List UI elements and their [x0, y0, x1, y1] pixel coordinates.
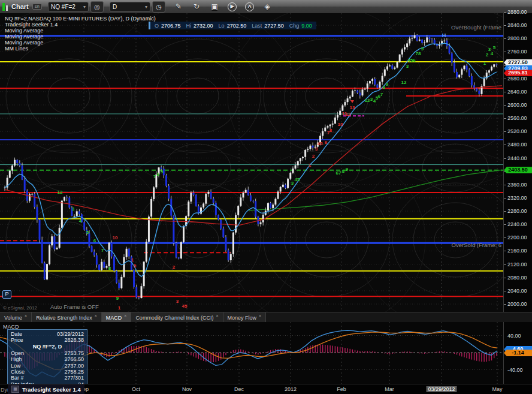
tab-close-icon[interactable]: × [124, 314, 126, 318]
svg-text:5: 5 [493, 45, 496, 50]
macd-value-tag: -1.14 [504, 350, 532, 356]
price-axis-label: 2120.00 [507, 261, 527, 267]
grid-lines [0, 13, 503, 312]
p-badge[interactable]: P [2, 290, 11, 299]
axis-tick [504, 38, 506, 39]
candlestick-chart-canvas[interactable]: 1234567891101523457893451234567810111213… [0, 13, 503, 312]
axis-tick [504, 251, 506, 251]
tab-money-flow[interactable]: Money Flow× [223, 312, 267, 323]
price-axis-label: 2640.00 [507, 89, 527, 95]
chart-badge: SR [32, 4, 42, 10]
low-value: 2702.50 [227, 23, 247, 29]
window-title: Chart [11, 3, 29, 10]
main-chart-area[interactable]: 1234567891101523457893451234567810111213… [0, 13, 503, 312]
status-bar[interactable]: ▦ Tradesight Seeker 1.4 [8, 384, 84, 394]
tab-label: Commodity Channel Index (CCI) [135, 315, 213, 321]
svg-text:9: 9 [161, 169, 164, 175]
axis-tick [504, 304, 506, 305]
tooltip-label: Low [11, 363, 21, 369]
svg-text:45: 45 [295, 177, 300, 182]
clock-icon: ◷ [156, 3, 162, 11]
study-label[interactable]: Moving Average [5, 40, 156, 46]
tooltip-label: Date [11, 331, 22, 337]
svg-text:3: 3 [291, 181, 294, 186]
tab-close-icon[interactable]: × [95, 314, 97, 318]
price-axis-label: 2840.00 [507, 22, 527, 28]
svg-text:8: 8 [342, 169, 345, 174]
time-template-button[interactable]: ◷ [152, 1, 165, 13]
play-icon[interactable]: ▶ [228, 2, 237, 11]
oversold-label: OverSold (Frame: 6 [452, 242, 501, 248]
tooltip-label: Bar Index [11, 381, 34, 384]
refresh-icon[interactable]: ↻ [192, 2, 201, 11]
time-axis-label: 2012 [285, 386, 297, 392]
price-axis-label: 2800.00 [507, 35, 527, 41]
svg-text:456: 456 [407, 58, 416, 63]
tab-close-icon[interactable]: × [259, 314, 261, 318]
svg-text:7: 7 [101, 248, 104, 253]
svg-text:78: 78 [416, 51, 421, 56]
svg-text:8: 8 [330, 128, 332, 133]
quote-box-icon[interactable]: ▣ [210, 2, 219, 11]
axis-tick [504, 264, 506, 265]
svg-text:67: 67 [336, 170, 341, 176]
macd-panel[interactable]: MACD Date03/29/2012Price2828.38NQ #F=2, … [0, 322, 503, 384]
svg-text:7: 7 [153, 174, 156, 179]
symbol-dropdown[interactable]: NQ #F=2 ▾ [48, 2, 89, 12]
tooltip-symbol: NQ #F=2, D [11, 344, 84, 350]
svg-text:13: 13 [350, 105, 355, 110]
chg-label: Chg [289, 23, 300, 29]
tooltip-value: 2758.25 [64, 369, 84, 375]
tab-close-icon[interactable]: × [25, 314, 27, 318]
axis-tick [504, 237, 506, 238]
background-pattern [0, 13, 503, 312]
svg-text:12: 12 [365, 98, 370, 103]
tooltip-row: Open2753.75 [11, 350, 84, 356]
svg-text:5: 5 [134, 263, 137, 269]
svg-text:8: 8 [157, 172, 160, 177]
price-axis-label: 2760.00 [507, 49, 527, 55]
axis-tick [504, 12, 506, 13]
time-axis[interactable]: Dyn ▦ Tradesight Seeker 1.4 SepOctNovDec… [0, 384, 532, 394]
axis-tick [504, 65, 506, 66]
tab-macd[interactable]: MACD× [102, 312, 132, 323]
svg-text:8: 8 [108, 266, 111, 271]
auto-icon[interactable]: A [245, 2, 254, 11]
time-axis-label: Feb [337, 386, 346, 392]
price-axis-label: 2000.00 [507, 301, 527, 307]
interval-dropdown[interactable]: D ▾ [110, 2, 150, 12]
tab-commodity-channel-index-cci[interactable]: Commodity Channel Index (CCI)× [131, 312, 223, 323]
svg-text:2: 2 [173, 264, 176, 270]
price-axis-label: 2480.00 [507, 142, 527, 148]
down-arrow-icon [350, 100, 354, 103]
axis-tick [504, 105, 506, 106]
symbol-value: NQ #F=2 [51, 4, 75, 10]
axis-tick [504, 52, 506, 52]
time-axis-label: Nov [182, 386, 192, 392]
study-label[interactable]: MM Lines [5, 46, 156, 52]
study-label[interactable]: Moving Average [5, 34, 156, 40]
tab-close-icon[interactable]: × [216, 314, 218, 318]
price-axis-label: 2280.00 [507, 208, 527, 214]
open-label: O [155, 23, 159, 29]
study-label[interactable]: Moving Average [5, 28, 156, 34]
svg-text:4: 4 [79, 218, 82, 224]
svg-text:1: 1 [118, 305, 121, 311]
svg-text:3: 3 [406, 64, 409, 69]
axis-tick [504, 145, 506, 145]
chevron-down-icon: ▾ [145, 4, 147, 10]
axis-tick [504, 185, 506, 185]
chart-header: NQ #F=2,NASDAQ 100 E-MINI FUTURES (DAY),… [5, 16, 156, 52]
eraser-icon[interactable]: ◈ [262, 2, 272, 11]
quote-bar: O 2706.75 Hi 2732.00 Lo 2702.50 Last 272… [149, 22, 316, 29]
tooltip-row: Close2758.25 [11, 369, 84, 375]
tab-label: Relative Strength Index [36, 315, 92, 321]
open-value: 2706.75 [161, 23, 181, 29]
tab-relative-strength-index[interactable]: Relative Strength Index× [32, 312, 102, 323]
macd-axis[interactable]: 40.00-40.004.60-1.14 [503, 322, 532, 384]
tab-volume[interactable]: Volume× [0, 312, 32, 323]
tooltip-label: Price [11, 337, 23, 343]
symbol-lookup-button[interactable]: ◎ [90, 1, 104, 13]
pencil-icon[interactable]: ✎ [174, 2, 183, 11]
svg-text:1: 1 [131, 257, 134, 263]
